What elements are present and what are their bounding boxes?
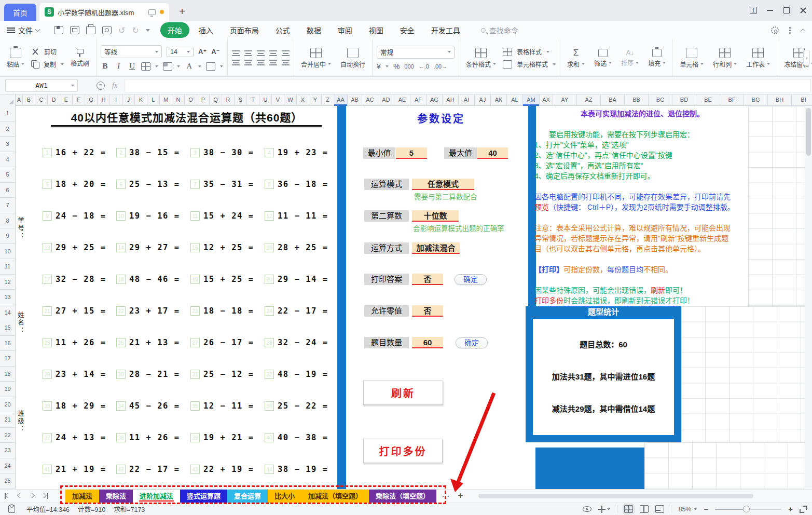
sheet-tab[interactable]: 乘除法（填空题） bbox=[369, 490, 436, 503]
grow-font-button[interactable]: A⁺ bbox=[198, 48, 207, 56]
align-left-icon[interactable] bbox=[232, 60, 240, 65]
column-header-AY[interactable]: AY bbox=[553, 94, 577, 106]
row-header-9[interactable]: 9 bbox=[0, 228, 15, 244]
column-header-BC[interactable]: BC bbox=[649, 94, 672, 106]
format-painter-button[interactable]: 格式刷 bbox=[68, 48, 92, 69]
vertical-scrollbar-thumb[interactable] bbox=[806, 108, 811, 156]
document-tab[interactable]: S 小学数学随机出题器.xlsm bbox=[39, 3, 169, 21]
column-header-O[interactable]: O bbox=[185, 94, 197, 106]
column-header-J[interactable]: J bbox=[122, 94, 135, 106]
align-right-icon[interactable] bbox=[257, 60, 265, 65]
column-header-R[interactable]: R bbox=[222, 94, 235, 106]
menu-tab-开始[interactable]: 开始 bbox=[160, 22, 189, 38]
column-header-BB[interactable]: BB bbox=[625, 94, 649, 106]
method-value-field[interactable]: 加减法混合 bbox=[412, 242, 460, 254]
maximize-button[interactable] bbox=[778, 0, 795, 21]
row-header-16[interactable]: 16 bbox=[0, 336, 15, 351]
confirm-count-button[interactable]: 确定 bbox=[456, 337, 488, 348]
column-header-AH[interactable]: AH bbox=[443, 94, 459, 106]
column-header-BI[interactable]: BI bbox=[792, 94, 812, 106]
vertical-scrollbar[interactable] bbox=[805, 106, 812, 489]
row-header-15[interactable]: 15 bbox=[0, 320, 15, 336]
increase-decimal-button[interactable]: .00→ bbox=[434, 63, 447, 70]
zoom-slider-knob[interactable] bbox=[743, 506, 750, 512]
sheet-canvas[interactable]: 40以内任意模式加减法混合运算题（共60题） 116 + 22 =238 − 1… bbox=[16, 106, 805, 489]
distribute-icon[interactable] bbox=[282, 60, 290, 65]
sheet-tab[interactable]: 比大小 bbox=[268, 490, 301, 503]
row-header-20[interactable]: 20 bbox=[0, 397, 15, 413]
column-header-G[interactable]: G bbox=[85, 94, 98, 106]
conditional-format-button[interactable]: 条件格式 bbox=[463, 47, 499, 70]
eraser-icon[interactable] bbox=[206, 62, 215, 71]
save-icon[interactable] bbox=[54, 26, 63, 34]
column-header-Q[interactable]: Q bbox=[210, 94, 222, 106]
name-box[interactable]: AW1 bbox=[5, 79, 78, 92]
cells-button[interactable]: 单元格 bbox=[677, 47, 706, 70]
next-sheet-icon[interactable] bbox=[30, 494, 35, 498]
column-header-A[interactable]: A bbox=[16, 94, 23, 106]
align-bottom-icon[interactable] bbox=[257, 50, 265, 56]
export-icon[interactable] bbox=[70, 26, 79, 34]
sheet-tab[interactable]: 乘除法 bbox=[99, 490, 133, 503]
row-header-17[interactable]: 17 bbox=[0, 351, 15, 367]
zoom-level[interactable]: 85% bbox=[678, 506, 697, 513]
column-header-D[interactable]: D bbox=[48, 94, 60, 106]
column-header-B[interactable]: B bbox=[23, 94, 35, 106]
column-header-BA[interactable]: BA bbox=[601, 94, 625, 106]
column-header-T[interactable]: T bbox=[247, 94, 259, 106]
row-header-8[interactable]: 8 bbox=[0, 213, 15, 229]
sheet-tab[interactable]: 竖式运算题 bbox=[180, 490, 227, 503]
zoom-out-button[interactable]: − bbox=[704, 505, 708, 513]
row-header-22[interactable]: 22 bbox=[0, 428, 15, 443]
underline-button[interactable]: U bbox=[128, 62, 136, 71]
percent-button[interactable]: % bbox=[393, 62, 400, 71]
menu-tab-页面布局[interactable]: 页面布局 bbox=[223, 22, 266, 38]
page-layout-view-icon[interactable] bbox=[640, 505, 649, 513]
fill-color-icon[interactable] bbox=[163, 62, 172, 71]
allow-zero-field[interactable]: 否 bbox=[412, 305, 443, 317]
column-header-L[interactable]: L bbox=[147, 94, 160, 106]
decrease-decimal-button[interactable]: ←.0 bbox=[419, 63, 429, 70]
increase-indent-icon[interactable] bbox=[282, 50, 290, 56]
column-header-Y[interactable]: Y bbox=[309, 94, 322, 106]
zoom-slider[interactable] bbox=[715, 506, 781, 513]
eye-protection-icon[interactable] bbox=[583, 506, 591, 512]
row-header-10[interactable]: 10 bbox=[0, 244, 15, 260]
column-header-BE[interactable]: BE bbox=[696, 94, 720, 106]
column-header-I[interactable]: I bbox=[110, 94, 122, 106]
collapse-ribbon-icon[interactable] bbox=[801, 29, 806, 34]
column-header-BH[interactable]: BH bbox=[768, 94, 792, 106]
last-sheet-icon[interactable] bbox=[42, 494, 47, 498]
font-name-select[interactable]: 等线 bbox=[101, 45, 162, 58]
max-value-field[interactable]: 40 bbox=[477, 147, 508, 159]
menu-tab-公式[interactable]: 公式 bbox=[268, 22, 297, 38]
toolbar-dropdown-icon[interactable] bbox=[146, 29, 150, 32]
align-middle-icon[interactable] bbox=[244, 50, 252, 56]
horizontal-scrollbar-thumb[interactable] bbox=[478, 494, 753, 498]
column-header-U[interactable]: U bbox=[259, 94, 272, 106]
row-header-25[interactable]: 25 bbox=[0, 473, 15, 489]
column-header-P[interactable]: P bbox=[197, 94, 210, 106]
column-header-AC[interactable]: AC bbox=[362, 94, 378, 106]
table-style-button[interactable]: 表格样式 bbox=[503, 47, 556, 56]
decrease-indent-icon[interactable] bbox=[269, 50, 277, 56]
row-header-13[interactable]: 13 bbox=[0, 290, 15, 305]
name-box-dropdown-icon[interactable] bbox=[71, 85, 74, 87]
column-header-M[interactable]: M bbox=[160, 94, 172, 106]
home-button[interactable]: 首页 bbox=[4, 4, 36, 21]
align-center-icon[interactable] bbox=[244, 60, 252, 65]
fill-button[interactable]: 填充 bbox=[645, 48, 668, 69]
sheet-tab[interactable]: 复合运算 bbox=[227, 490, 268, 503]
min-value-field[interactable]: 5 bbox=[396, 147, 427, 159]
settings-gear-icon[interactable] bbox=[771, 26, 779, 34]
shrink-font-button[interactable]: A⁻ bbox=[211, 48, 219, 56]
number-format-select[interactable]: 常规 bbox=[377, 46, 455, 59]
row-header-11[interactable]: 11 bbox=[0, 259, 15, 275]
column-header-AA[interactable]: AA bbox=[334, 94, 348, 106]
search-command[interactable]: 查找命令 bbox=[481, 25, 518, 35]
minimize-button[interactable] bbox=[761, 0, 779, 21]
row-header-1[interactable]: 1 bbox=[0, 106, 15, 121]
refresh-button[interactable]: 刷新 bbox=[363, 381, 443, 405]
italic-button[interactable]: I bbox=[114, 62, 123, 71]
row-header-7[interactable]: 7 bbox=[0, 198, 15, 213]
